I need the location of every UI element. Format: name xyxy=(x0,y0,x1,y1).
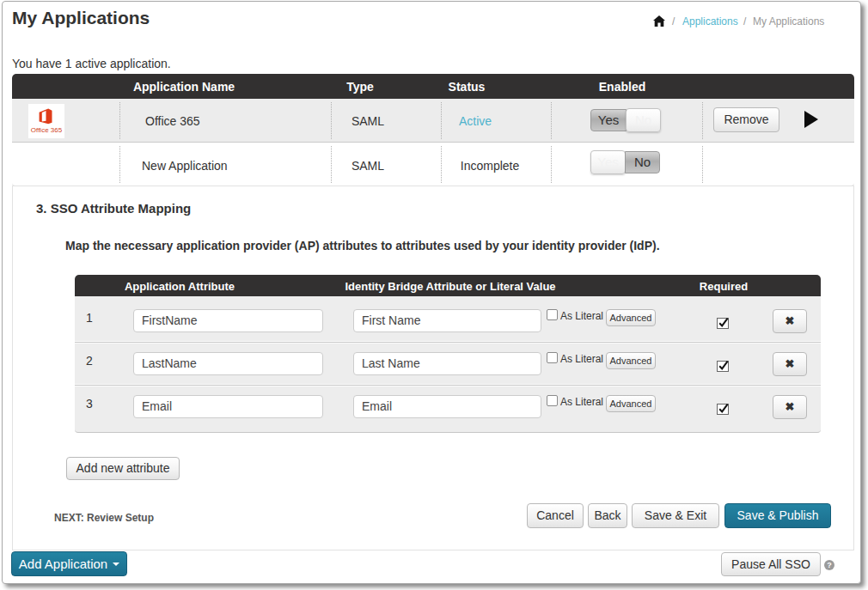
svg-text:Office 365: Office 365 xyxy=(31,126,63,134)
